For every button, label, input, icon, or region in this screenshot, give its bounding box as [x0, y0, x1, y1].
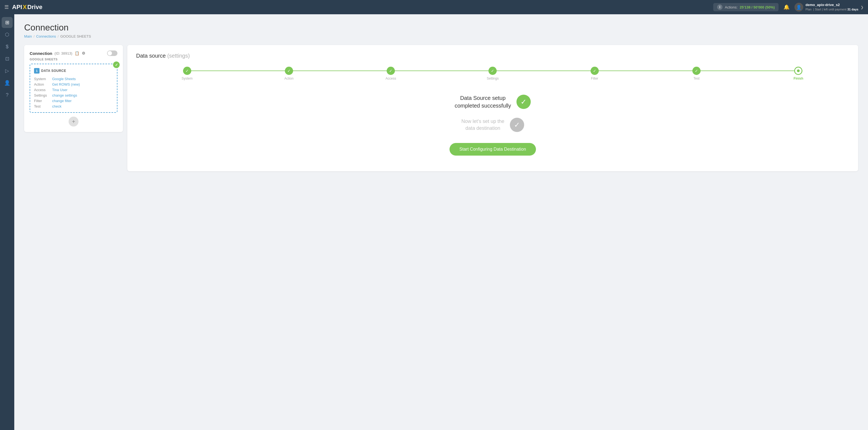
steps-row: ✓ System ✓ Action ✓ Access ✓ Settings	[136, 67, 849, 81]
step-system: ✓ System	[136, 67, 238, 81]
step-test: ✓ Test	[646, 67, 747, 81]
topnav: ☰ APIXDrive i Actions: 25'138 / 50'000 (…	[0, 0, 868, 14]
right-panel-title: Data source (settings)	[136, 53, 849, 59]
step-circle-settings: ✓	[489, 67, 497, 75]
breadcrumb-connections[interactable]: Connections	[36, 34, 56, 38]
menu-icon[interactable]: ☰	[4, 4, 9, 10]
table-row: Settings change settings	[34, 93, 113, 97]
user-menu[interactable]: 👤 demo_apix-drive_s2 Plan | Start | left…	[795, 3, 864, 11]
breadcrumb-sep1: /	[33, 34, 35, 38]
left-panel: Connection (ID: 38913) 📋 ⚙ GOOGLE SHEETS…	[24, 45, 123, 132]
check-icon-green: ✓	[517, 95, 531, 109]
copy-icon[interactable]: 📋	[75, 51, 80, 56]
step-circle-action: ✓	[285, 67, 293, 75]
step-access: ✓ Access	[340, 67, 442, 81]
plan-info: Plan | Start | left until payment 31 day…	[805, 7, 858, 11]
success-text-main: Data Source setupcompleted successfully	[455, 94, 511, 110]
actions-box: i Actions: 25'138 / 50'000 (50%)	[713, 3, 779, 11]
table-row: Action Get ROWS (new)	[34, 82, 113, 87]
chevron-icon: ❯	[861, 5, 864, 9]
avatar: 👤	[795, 3, 803, 11]
success-row-next: Now let's set up thedata destination ✓	[461, 118, 524, 132]
sidebar-item-watch[interactable]: ▷	[2, 65, 12, 76]
card-type: DATA SOURCE	[41, 69, 66, 73]
source-label: GOOGLE SHEETS	[30, 58, 118, 61]
step-label-test: Test	[693, 76, 700, 81]
step-action: ✓ Action	[238, 67, 340, 81]
panels-row: Connection (ID: 38913) 📋 ⚙ GOOGLE SHEETS…	[24, 45, 858, 171]
step-circle-finish	[794, 67, 802, 75]
info-icon: i	[717, 4, 722, 10]
add-button[interactable]: +	[69, 117, 79, 126]
breadcrumb-current: GOOGLE SHEETS	[60, 34, 91, 38]
success-row-main: Data Source setupcompleted successfully …	[455, 94, 531, 110]
table-row: Test check	[34, 104, 113, 109]
layout: ⊞ ⬡ $ ⊡ ▷ 👤 ? Connection Main / Connecti…	[0, 14, 868, 430]
title-icons: 📋 ⚙	[75, 51, 86, 56]
user-info: demo_apix-drive_s2 Plan | Start | left u…	[805, 3, 858, 11]
breadcrumb-main[interactable]: Main	[24, 34, 32, 38]
step-filter: ✓ Filter	[544, 67, 646, 81]
logo-x: X	[23, 4, 27, 11]
logo-drive: Drive	[27, 4, 42, 11]
sidebar-item-tools[interactable]: ⊡	[2, 53, 12, 64]
check-icon-gray: ✓	[510, 118, 524, 132]
toggle-switch[interactable]	[107, 51, 118, 56]
table-row: System Google Sheets	[34, 77, 113, 81]
sidebar-item-help[interactable]: ?	[2, 89, 12, 100]
card-badge: ✓	[113, 61, 120, 68]
step-label-action: Action	[284, 76, 293, 81]
table-row: Filter change filter	[34, 99, 113, 103]
left-panel-title: Connection (ID: 38913) 📋 ⚙	[30, 51, 86, 56]
page-title: Connection	[24, 23, 858, 33]
step-label-finish: Finish	[794, 76, 803, 81]
settings-icon[interactable]: ⚙	[81, 51, 86, 56]
right-panel: Data source (settings) ✓ System ✓ Action…	[127, 45, 858, 171]
username: demo_apix-drive_s2	[805, 3, 858, 7]
table-row: Access Tina User	[34, 88, 113, 92]
step-settings: ✓ Settings	[442, 67, 544, 81]
step-finish: Finish	[747, 67, 849, 81]
step-circle-filter: ✓	[591, 67, 599, 75]
step-circle-system: ✓	[183, 67, 191, 75]
success-section: Data Source setupcompleted successfully …	[136, 94, 849, 156]
step-circle-test: ✓	[692, 67, 701, 75]
card-num: 1	[34, 68, 39, 73]
card-header-row: 1 DATA SOURCE	[34, 68, 113, 73]
start-configuring-button[interactable]: Start Configuring Data Destination	[450, 143, 536, 156]
step-label-filter: Filter	[591, 76, 598, 81]
sidebar-item-billing[interactable]: $	[2, 41, 12, 52]
actions-label: Actions:	[725, 5, 737, 9]
sidebar: ⊞ ⬡ $ ⊡ ▷ 👤 ?	[0, 14, 14, 430]
logo-api: API	[12, 4, 22, 11]
sidebar-item-home[interactable]: ⊞	[2, 17, 12, 28]
step-circle-access: ✓	[387, 67, 395, 75]
step-label-system: System	[182, 76, 193, 81]
datasource-card: ✓ 1 DATA SOURCE System Google Sheets Act…	[30, 64, 118, 113]
left-panel-header: Connection (ID: 38913) 📋 ⚙	[30, 51, 118, 56]
success-text-sub: Now let's set up thedata destination	[461, 118, 504, 132]
breadcrumb-sep2: /	[58, 34, 59, 38]
sidebar-item-profile[interactable]: 👤	[2, 78, 12, 88]
step-label-access: Access	[385, 76, 396, 81]
logo: APIXDrive	[12, 4, 710, 11]
main-content: Connection Main / Connections / GOOGLE S…	[14, 14, 868, 430]
breadcrumb: Main / Connections / GOOGLE SHEETS	[24, 34, 858, 38]
actions-count: 25'138 / 50'000 (50%)	[740, 5, 775, 9]
card-rows: System Google Sheets Action Get ROWS (ne…	[34, 77, 113, 109]
sidebar-item-connections[interactable]: ⬡	[2, 29, 12, 40]
bell-icon[interactable]: 🔔	[782, 2, 791, 12]
step-label-settings: Settings	[487, 76, 499, 81]
